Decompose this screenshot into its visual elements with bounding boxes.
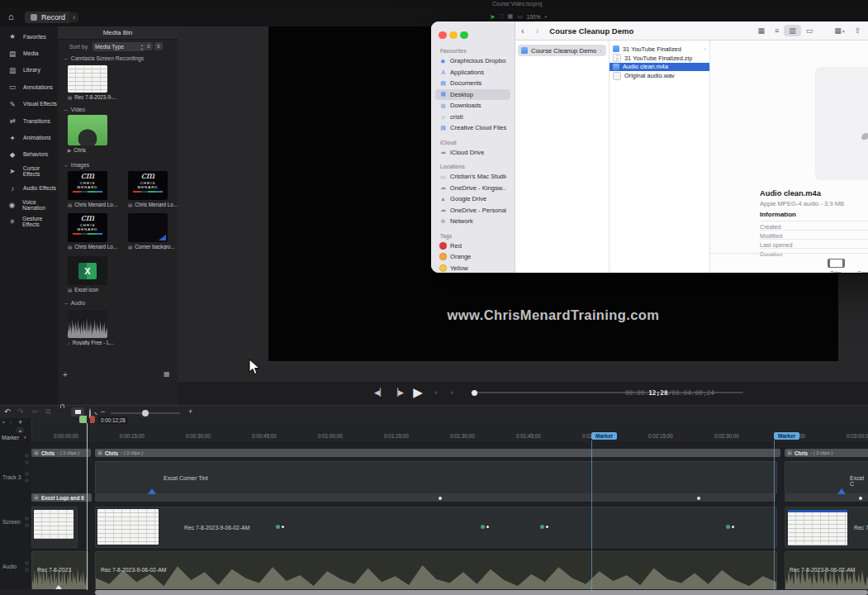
sidebar-item[interactable]: ✳ Gesture Effects <box>0 213 58 230</box>
media-thumb-cm-1[interactable]: cmCHRISMENARD <box>68 171 107 200</box>
audio-point-icon[interactable] <box>55 585 62 589</box>
column-view-button[interactable]: ▥ <box>784 25 801 36</box>
finder-sidebar-item[interactable]: ▭ Cristian's Mac Studio <box>435 171 510 183</box>
finder-window[interactable]: Favourites ◆ Graphicious Dropbox A Appli… <box>431 21 868 273</box>
finder-sidebar-item[interactable]: ☁ iCloud Drive <box>435 147 510 159</box>
media-thumb-excel[interactable]: X <box>68 256 107 285</box>
finder-sidebar-item[interactable]: A Applications <box>435 67 510 79</box>
home-icon[interactable]: ⌂ <box>8 12 14 21</box>
stitch-marker-icon[interactable] <box>726 525 734 529</box>
section-video[interactable]: –Video <box>64 107 85 112</box>
zoom-out-button[interactable]: − <box>101 407 105 416</box>
playhead-out-handle[interactable] <box>90 416 95 423</box>
timeline-marker[interactable]: Marker <box>591 432 617 440</box>
file-row[interactable]: Original audio.wav <box>609 71 709 80</box>
timeline-marker[interactable]: Marker <box>774 432 799 440</box>
media-label-chris[interactable]: ▶Chris <box>68 147 119 153</box>
media-thumb-cm-2[interactable]: cmCHRISMENARD <box>128 171 168 200</box>
file-row[interactable]: Audio clean.m4a <box>609 63 709 72</box>
file-row[interactable]: 31 YouTube Finalized › <box>609 45 709 54</box>
finder-sidebar-item[interactable]: ☁ OneDrive - Personal <box>435 205 510 217</box>
record-button[interactable]: Record <box>25 12 71 23</box>
icon-view-button[interactable]: ▦ <box>752 25 770 36</box>
media-label-cm-2[interactable]: ▤Chris Menard Lo... <box>128 202 179 207</box>
group-clip-chris-2[interactable]: +Chris- ( 2 clips ) <box>95 449 780 457</box>
trim-action-button[interactable]: Trim <box>818 254 854 273</box>
sidebar-item[interactable]: ✦ Animations <box>0 129 58 145</box>
finder-sidebar-item[interactable]: ▤ Documents <box>435 78 510 89</box>
scrubber-knob[interactable] <box>472 390 477 396</box>
sidebar-item[interactable]: ♪ Audio Effects <box>0 180 58 197</box>
stitch-marker-icon[interactable] <box>481 525 489 529</box>
keyframe-blue-icon[interactable] <box>148 488 156 494</box>
track-toggles[interactable] <box>25 559 29 574</box>
clip-audio-b[interactable]: Rec 7-8-2023-9-06-02-AM <box>95 551 777 590</box>
add-track-button[interactable]: + <box>18 418 22 426</box>
media-thumb-chris[interactable] <box>68 115 107 145</box>
finder-sidebar-item[interactable]: ▲ Google Drive <box>435 193 510 205</box>
track-name-track3[interactable]: Track 3 <box>2 474 21 480</box>
clip-screen-c[interactable]: Rec 7- <box>785 507 868 548</box>
undo-icon[interactable]: ↶ <box>4 407 11 416</box>
sort-descending-button[interactable]: ≡ <box>154 42 163 50</box>
playhead-in-handle[interactable] <box>79 416 87 423</box>
media-thumb-corner[interactable] <box>128 213 168 242</box>
sidebar-item[interactable]: ▭ Annotations <box>0 79 58 95</box>
previous-frame-button[interactable]: ◀▏ <box>372 388 387 397</box>
section-audio[interactable]: –Audio <box>64 300 85 306</box>
share-button[interactable]: ⇧ <box>850 25 866 36</box>
finder-sidebar-item[interactable]: ⊕ Network <box>435 216 510 227</box>
clip-audio-c[interactable]: Rec 7-8-2023-9-06-02-AM <box>785 551 868 590</box>
media-label-cm-1[interactable]: ▤Chris Menard Lo... <box>68 202 119 207</box>
next-marker-button[interactable]: › <box>444 388 459 397</box>
section-screen-recordings[interactable]: –Camtasia Screen Recordings <box>64 55 144 61</box>
canvas-tool-icon[interactable]: ⛶ <box>500 13 504 20</box>
sidebar-item[interactable]: ▥ Library <box>0 62 58 79</box>
keyframe-dot-icon[interactable] <box>859 497 862 500</box>
track-toggles[interactable] <box>25 514 29 530</box>
list-view-button[interactable]: ≡ <box>770 25 784 36</box>
file-row[interactable]: 31 YouTube Finalized.zip <box>609 54 709 63</box>
finder-sidebar-item[interactable]: ◆ Graphicious Dropbox <box>435 55 510 67</box>
sidebar-item[interactable]: ➤ Cursor Effects <box>0 163 58 179</box>
open-group-footer[interactable] <box>785 493 868 502</box>
back-button[interactable]: ‹ <box>515 26 530 36</box>
zoom-in-button[interactable]: + <box>188 407 192 416</box>
media-label-royalty[interactable]: ♪Royalty Free - L... <box>68 340 119 345</box>
selected-folder-row[interactable]: Course Cleanup Demo › <box>518 45 606 56</box>
edit-cursor-icon[interactable]: ➤ <box>490 13 496 21</box>
clip-screen-b[interactable]: Rec 7-8-2023-9-06-02-AM <box>95 507 777 548</box>
finder-sidebar-item[interactable]: ☁ OneDrive - Kingsw... <box>435 183 510 194</box>
sidebar-item[interactable]: ◆ Behaviors <box>0 146 58 163</box>
media-label-rec[interactable]: ▤Rec 7-8-2023-9-... <box>68 94 119 100</box>
grid-view-toggle[interactable]: ▦ <box>164 370 170 378</box>
keyframe-dot-icon[interactable] <box>697 497 700 500</box>
stitch-marker-icon[interactable] <box>540 525 548 529</box>
hscroll-thumb[interactable] <box>95 590 868 595</box>
redo-icon[interactable]: ↷ <box>17 407 24 416</box>
finder-sidebar-item[interactable]: ▦ Desktop <box>435 89 510 101</box>
keyframe-dot-icon[interactable] <box>439 497 442 500</box>
playhead-line[interactable] <box>87 423 88 590</box>
forward-button[interactable]: › <box>530 26 545 36</box>
finder-sidebar-item[interactable]: ◍ Downloads <box>435 100 510 112</box>
finder-sidebar-item[interactable]: ▤ Creative Cloud Files <box>435 122 510 134</box>
canvas-tool-icon[interactable]: ▦ <box>508 13 514 20</box>
sidebar-item[interactable]: ◉ Voice Narration <box>0 197 58 213</box>
convert-action-button[interactable]: Convert and… <box>857 254 868 273</box>
clip-excel-corner-tint-2[interactable]: Excel C <box>785 461 868 494</box>
chevron-down-icon[interactable]: ▾ <box>24 435 26 440</box>
zoom-slider-knob[interactable] <box>142 410 149 416</box>
sidebar-item[interactable]: ⇄ Transitions <box>0 112 58 129</box>
tag-red[interactable]: Red <box>435 240 510 252</box>
previous-marker-button[interactable]: ‹ <box>429 388 443 397</box>
sidebar-item[interactable]: ★ Favorites <box>0 28 58 45</box>
group-clip-chris-3[interactable]: +Chris- ( 2 clips ) <box>785 449 868 457</box>
record-chevron-icon[interactable]: › <box>69 12 78 22</box>
canvas-tool-icon[interactable]: ▭ <box>517 13 523 20</box>
tag-yellow[interactable]: Yellow <box>435 263 510 274</box>
stitch-marker-icon[interactable] <box>276 525 284 529</box>
cut-icon[interactable]: ✂ <box>32 407 39 416</box>
media-label-corner[interactable]: ▤Corner backgro... <box>128 244 179 250</box>
add-media-button[interactable]: + <box>63 370 68 379</box>
